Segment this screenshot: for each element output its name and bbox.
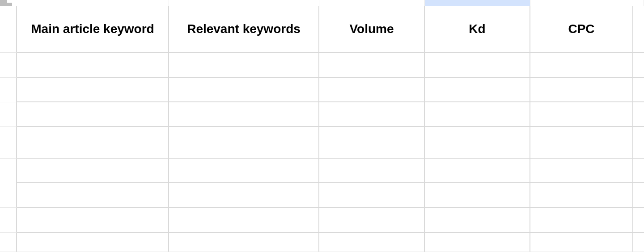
cell[interactable] xyxy=(530,127,633,159)
cell[interactable] xyxy=(17,208,169,232)
header-label: Kd xyxy=(462,22,492,36)
row-selector[interactable] xyxy=(0,159,17,183)
cell[interactable] xyxy=(17,159,169,183)
table-row xyxy=(0,208,644,232)
header-cell-extra[interactable] xyxy=(633,6,644,53)
row-selector-1[interactable] xyxy=(0,6,17,53)
cell[interactable] xyxy=(425,159,530,183)
cell[interactable] xyxy=(169,208,319,232)
header-cell-volume[interactable]: Volume xyxy=(319,6,425,53)
cell[interactable] xyxy=(530,233,633,252)
cell[interactable] xyxy=(425,78,530,102)
column-selector-f[interactable] xyxy=(633,0,644,6)
cell[interactable] xyxy=(425,53,530,77)
cell[interactable] xyxy=(169,159,319,183)
header-cell-cpc[interactable]: CPC xyxy=(530,6,633,53)
cell[interactable] xyxy=(425,127,530,159)
header-label: Relevant keywords xyxy=(180,22,308,36)
cell[interactable] xyxy=(17,127,169,159)
table-row xyxy=(0,127,644,159)
table-row xyxy=(0,53,644,77)
cell[interactable] xyxy=(169,127,319,159)
header-label: CPC xyxy=(561,22,602,36)
cell[interactable] xyxy=(425,233,530,252)
cell[interactable] xyxy=(319,78,425,102)
cell[interactable] xyxy=(169,78,319,102)
cell[interactable] xyxy=(169,53,319,77)
cell[interactable] xyxy=(319,159,425,183)
column-letter-strip xyxy=(0,0,644,6)
header-row: Main article keyword Relevant keywords V… xyxy=(0,6,644,53)
cell[interactable] xyxy=(425,102,530,127)
cell[interactable] xyxy=(633,102,644,127)
cell[interactable] xyxy=(169,183,319,208)
cell[interactable] xyxy=(319,53,425,77)
table-row xyxy=(0,78,644,102)
cell[interactable] xyxy=(633,233,644,252)
column-selector-a[interactable] xyxy=(17,0,169,6)
row-selector[interactable] xyxy=(0,78,17,102)
spreadsheet: Main article keyword Relevant keywords V… xyxy=(0,0,644,252)
header-label: Volume xyxy=(342,22,401,36)
cell[interactable] xyxy=(169,102,319,127)
cell[interactable] xyxy=(319,233,425,252)
cell[interactable] xyxy=(633,127,644,159)
header-cell-relevant-keywords[interactable]: Relevant keywords xyxy=(169,6,319,53)
row-selector[interactable] xyxy=(0,102,17,127)
cell[interactable] xyxy=(530,78,633,102)
cell[interactable] xyxy=(169,233,319,252)
row-selector[interactable] xyxy=(0,183,17,208)
cell[interactable] xyxy=(425,183,530,208)
cell[interactable] xyxy=(319,127,425,159)
cell[interactable] xyxy=(530,159,633,183)
cell[interactable] xyxy=(633,183,644,208)
column-selector-b[interactable] xyxy=(169,0,319,6)
column-selector-c[interactable] xyxy=(319,0,425,6)
cell[interactable] xyxy=(425,208,530,232)
header-label: Main article keyword xyxy=(24,22,161,36)
cell[interactable] xyxy=(633,159,644,183)
table-row xyxy=(0,102,644,127)
cell[interactable] xyxy=(633,53,644,77)
cell[interactable] xyxy=(633,78,644,102)
column-selector-e[interactable] xyxy=(530,0,633,6)
cell[interactable] xyxy=(17,183,169,208)
cell[interactable] xyxy=(530,183,633,208)
cell[interactable] xyxy=(633,208,644,232)
row-selector[interactable] xyxy=(0,233,17,252)
cell[interactable] xyxy=(530,53,633,77)
cell[interactable] xyxy=(17,78,169,102)
table-row xyxy=(0,159,644,183)
row-selector[interactable] xyxy=(0,208,17,232)
select-all-corner[interactable] xyxy=(0,0,17,6)
table-row xyxy=(0,183,644,208)
cell[interactable] xyxy=(530,102,633,127)
cell[interactable] xyxy=(319,208,425,232)
cell[interactable] xyxy=(17,53,169,77)
row-selector[interactable] xyxy=(0,127,17,159)
table-row xyxy=(0,233,644,252)
cell[interactable] xyxy=(17,102,169,127)
column-selector-d[interactable] xyxy=(425,0,530,6)
header-cell-kd[interactable]: Kd xyxy=(425,6,530,53)
row-selector[interactable] xyxy=(0,53,17,77)
cell[interactable] xyxy=(319,183,425,208)
cell[interactable] xyxy=(319,102,425,127)
cell[interactable] xyxy=(17,233,169,252)
header-cell-main-article-keyword[interactable]: Main article keyword xyxy=(17,6,169,53)
cell[interactable] xyxy=(530,208,633,232)
